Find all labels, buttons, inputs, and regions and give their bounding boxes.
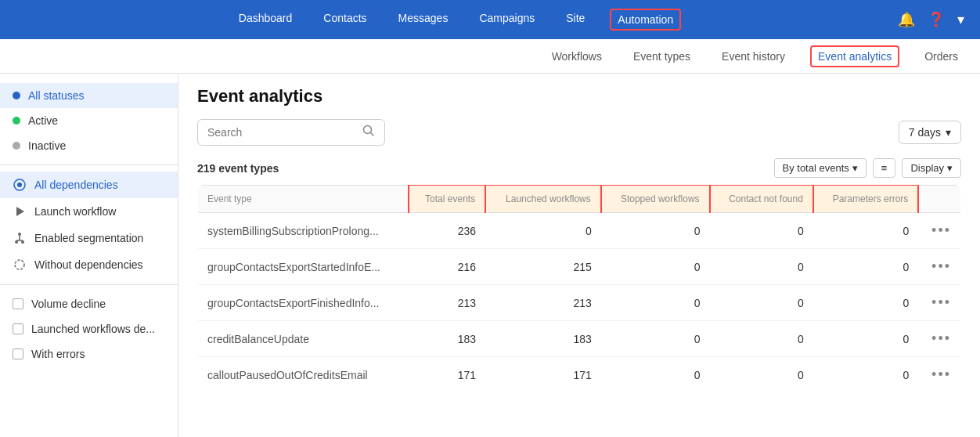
sidebar-item-launch-workflow[interactable]: Launch workflow <box>0 198 178 225</box>
cell-event-name: groupContactsExportFinishedInfo... <box>198 285 409 321</box>
launch-workflow-label: Launch workflow <box>34 205 116 218</box>
display-button[interactable]: Display ▾ <box>902 158 961 178</box>
sort-by-button[interactable]: By total events ▾ <box>774 158 867 178</box>
cell-total-events: 216 <box>409 249 486 285</box>
more-button[interactable]: ••• <box>931 222 951 239</box>
launched-workflows-de-label: Launched workflows de... <box>31 323 155 335</box>
cell-contact-not-found: 0 <box>710 285 813 321</box>
subnav-event-analytics[interactable]: Event analytics <box>810 45 899 67</box>
cell-param-errors: 0 <box>813 249 918 285</box>
cell-stopped-workflows: 0 <box>601 213 710 249</box>
sidebar-item-enabled-segmentation[interactable]: Enabled segmentation <box>0 225 178 251</box>
sidebar-item-inactive[interactable]: Inactive <box>0 133 178 158</box>
nav-contacts[interactable]: Contacts <box>317 9 373 31</box>
cell-param-errors: 0 <box>813 213 918 249</box>
sidebar-item-without-dependencies[interactable]: Without dependencies <box>0 251 178 278</box>
cell-more-actions[interactable]: ••• <box>918 285 960 321</box>
subnav-workflows[interactable]: Workflows <box>546 47 608 66</box>
table-row: calloutPausedOutOfCreditsEmail 171 171 0… <box>198 357 961 393</box>
top-nav-icons: 🔔 ❓ ▾ <box>898 11 964 28</box>
cell-event-name: systemBillingSubscriptionProlong... <box>198 213 409 249</box>
enabled-segmentation-label: Enabled segmentation <box>34 232 143 244</box>
nav-automation[interactable]: Automation <box>610 9 681 31</box>
subnav-event-history[interactable]: Event history <box>715 47 791 66</box>
event-count-number: 219 <box>197 162 215 175</box>
sort-controls: By total events ▾ ≡ Display ▾ <box>774 158 962 178</box>
all-statuses-label: All statuses <box>28 89 85 102</box>
play-icon <box>13 204 27 218</box>
days-filter[interactable]: 7 days ▾ <box>899 121 961 144</box>
more-button[interactable]: ••• <box>931 258 951 275</box>
display-chevron-icon: ▾ <box>947 162 953 174</box>
cell-event-name: calloutPausedOutOfCreditsEmail <box>198 357 409 393</box>
help-icon[interactable]: ❓ <box>928 11 945 28</box>
sidebar-item-launched-workflows-de[interactable]: Launched workflows de... <box>0 316 178 341</box>
sort-by-label: By total events <box>783 162 849 174</box>
days-filter-chevron-icon: ▾ <box>946 126 951 139</box>
svg-marker-2 <box>16 207 24 216</box>
cell-more-actions[interactable]: ••• <box>918 249 960 285</box>
display-label: Display <box>910 162 944 174</box>
sidebar-divider-1 <box>0 164 178 165</box>
cell-param-errors: 0 <box>813 357 918 393</box>
event-count-label: event types <box>218 162 279 175</box>
all-dep-label: All dependencies <box>34 179 118 191</box>
page-title: Event analytics <box>197 86 961 107</box>
cell-launched-workflows: 0 <box>485 213 601 249</box>
sidebar-item-with-errors[interactable]: With errors <box>0 341 178 367</box>
sidebar-divider-2 <box>0 284 178 285</box>
col-total-events: Total events <box>409 185 486 213</box>
bell-icon[interactable]: 🔔 <box>898 11 915 28</box>
nav-messages[interactable]: Messages <box>392 9 455 31</box>
launched-workflows-de-checkbox[interactable] <box>13 323 23 334</box>
cell-more-actions[interactable]: ••• <box>918 357 960 393</box>
col-contact-not-found: Contact not found <box>710 185 813 213</box>
more-button[interactable]: ••• <box>931 294 951 311</box>
content-area: Event analytics 7 days ▾ 219 event types <box>178 74 980 437</box>
active-label: Active <box>28 114 58 127</box>
cell-total-events: 213 <box>409 285 486 321</box>
col-parameters-errors: Parameters errors <box>813 185 918 213</box>
more-button[interactable]: ••• <box>931 330 951 347</box>
sidebar-item-volume-decline[interactable]: Volume decline <box>0 291 178 316</box>
cell-launched-workflows: 183 <box>485 321 601 357</box>
cell-total-events: 171 <box>409 357 486 393</box>
sub-nav: Workflows Event types Event history Even… <box>0 39 980 74</box>
table-row: creditBalanceUpdate 183 183 0 0 0 ••• <box>198 321 961 357</box>
col-actions <box>918 185 960 213</box>
without-dep-label: Without dependencies <box>34 258 143 271</box>
search-box[interactable] <box>197 119 385 146</box>
filter-icon-button[interactable]: ≡ <box>873 158 896 178</box>
user-menu-icon[interactable]: ▾ <box>957 11 964 28</box>
cell-more-actions[interactable]: ••• <box>918 213 960 249</box>
subnav-orders[interactable]: Orders <box>918 47 964 66</box>
table-row: groupContactsExportFinishedInfo... 213 2… <box>198 285 961 321</box>
segment-icon <box>13 231 27 245</box>
cell-event-name: creditBalanceUpdate <box>198 321 409 357</box>
col-stopped-workflows: Stopped workflows <box>601 185 710 213</box>
days-filter-label: 7 days <box>909 126 941 139</box>
search-input[interactable] <box>207 126 356 139</box>
top-nav-links: Dashboard Contacts Messages Campaigns Si… <box>16 9 898 31</box>
nav-site[interactable]: Site <box>560 9 591 31</box>
svg-point-9 <box>15 260 24 269</box>
no-dep-icon <box>13 258 27 272</box>
nav-campaigns[interactable]: Campaigns <box>473 9 541 31</box>
cell-contact-not-found: 0 <box>710 249 813 285</box>
cell-contact-not-found: 0 <box>710 321 813 357</box>
cell-total-events: 183 <box>409 321 486 357</box>
cell-more-actions[interactable]: ••• <box>918 321 960 357</box>
sidebar-item-all-dependencies[interactable]: All dependencies <box>0 172 178 198</box>
volume-decline-checkbox[interactable] <box>13 298 23 309</box>
sidebar-item-all-statuses[interactable]: All statuses <box>0 83 178 108</box>
col-event-type: Event type <box>198 185 409 213</box>
svg-point-1 <box>17 182 22 187</box>
subnav-event-types[interactable]: Event types <box>627 47 697 66</box>
nav-dashboard[interactable]: Dashboard <box>232 9 299 31</box>
sidebar-item-active[interactable]: Active <box>0 108 178 133</box>
more-button[interactable]: ••• <box>931 367 951 383</box>
with-errors-checkbox[interactable] <box>13 349 23 359</box>
cell-param-errors: 0 <box>813 285 918 321</box>
cell-stopped-workflows: 0 <box>601 249 710 285</box>
cell-stopped-workflows: 0 <box>601 357 710 393</box>
